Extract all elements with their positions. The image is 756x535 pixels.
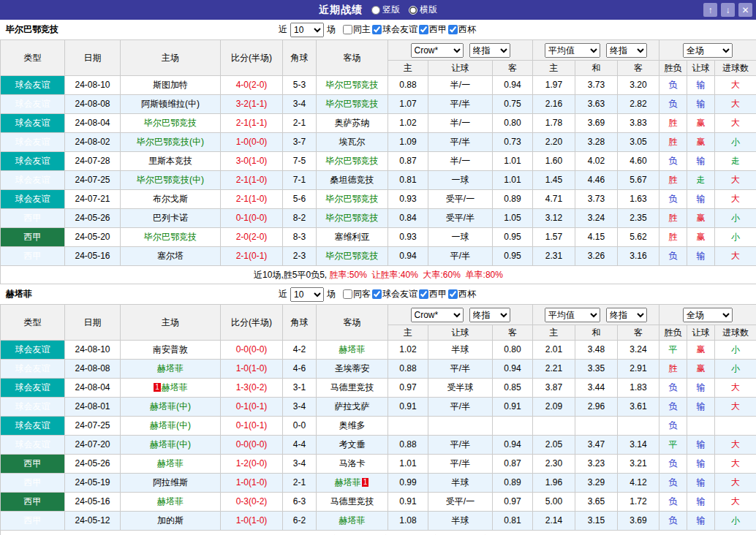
result-handicap-cell: 输	[687, 76, 715, 95]
team-label: 赫塔菲	[339, 515, 366, 525]
final-odds-select[interactable]: 终指	[469, 308, 510, 322]
avg-away-cell: 3.14	[618, 436, 659, 455]
checkbox-input[interactable]	[343, 289, 352, 299]
result-wdl-cell: 负	[659, 417, 687, 436]
match-row: 西甲24-05-16塞尔塔2-1(0-1)2-3毕尔巴鄂竞技0.94平/半0.9…	[1, 247, 756, 266]
fulltime-select[interactable]: 全场	[683, 43, 733, 58]
date-cell: 24-05-26	[65, 455, 121, 474]
away-team-cell: 萨拉戈萨	[317, 398, 388, 417]
match-type-cell: 西甲	[1, 493, 65, 512]
average-select[interactable]: 平均值	[545, 43, 600, 58]
avg-home-cell: 2.21	[533, 360, 575, 379]
layout-radio-horizontal[interactable]: 横版	[409, 4, 437, 16]
match-row: 球会友谊24-08-08阿斯顿维拉(中)3-2(1-1)3-4毕尔巴鄂竞技1.0…	[1, 95, 756, 114]
avg-away-cell: 2.91	[618, 360, 659, 379]
odds-home-cell: 0.87	[388, 152, 428, 171]
filter-checkbox-西甲[interactable]: 西甲	[419, 288, 447, 300]
score-cell: 0-0(0-0)	[221, 436, 283, 455]
team-label: 赫塔菲	[157, 496, 184, 506]
scroll-up-icon[interactable]: ↑	[703, 3, 717, 17]
filter-checkbox-球会友谊[interactable]: 球会友谊	[372, 23, 417, 36]
filter-checkbox-西杯[interactable]: 西杯	[448, 288, 476, 300]
avg-draw-cell: 3.24	[575, 209, 618, 228]
team-label: 马德里竞技	[330, 382, 374, 392]
checkbox-input[interactable]	[448, 289, 458, 299]
corner-cell: 3-4	[283, 398, 317, 417]
avg-home-cell: 1.45	[533, 171, 575, 190]
match-row: 球会友谊24-08-01赫塔菲(中)0-1(0-1)3-4萨拉戈萨0.91平/半…	[1, 398, 756, 417]
corner-cell: 4-2	[283, 341, 317, 360]
result-handicap-cell: 走	[687, 171, 715, 190]
layout-radio-vertical[interactable]: 竖版	[371, 4, 400, 16]
checkbox-input[interactable]	[448, 25, 458, 34]
match-type-cell: 球会友谊	[1, 379, 65, 398]
away-team-cell: 毕尔巴鄂竞技	[317, 76, 388, 95]
odds-away-cell: 1.05	[493, 209, 533, 228]
avg-away-cell: 5.67	[618, 171, 659, 190]
date-cell: 24-07-21	[65, 190, 121, 209]
vertical-radio-input[interactable]	[371, 6, 380, 15]
average-select[interactable]: 平均值	[545, 308, 600, 322]
fulltime-select[interactable]: 全场	[683, 308, 733, 322]
avg-draw-cell: 3.69	[575, 114, 618, 133]
close-icon[interactable]: ✕	[738, 3, 752, 17]
corner-cell: 2-3	[283, 247, 317, 266]
checkbox-input[interactable]	[372, 25, 382, 34]
odds-away-cell: 0.94	[493, 436, 533, 455]
fulltime-group-header: 全场	[659, 305, 756, 325]
away-team-cell: 塞维利亚	[317, 228, 388, 247]
avg-draw-cell: 3.26	[575, 247, 618, 266]
odds-home-cell: 1.02	[388, 341, 428, 360]
checkbox-input[interactable]	[419, 289, 428, 299]
final-odds-select-2[interactable]: 终指	[606, 43, 647, 58]
checkbox-input[interactable]	[372, 289, 382, 299]
bookmaker-select[interactable]: Crow*	[411, 308, 464, 322]
result-handicap-cell: 输	[687, 95, 715, 114]
checkbox-label: 球会友谊	[382, 288, 417, 300]
checkbox-label: 球会友谊	[382, 23, 417, 36]
odds-away-cell: 0.91	[493, 398, 533, 417]
score-cell: 0-0(0-0)	[221, 341, 283, 360]
avg-away-cell: 3.69	[618, 512, 659, 531]
avg-away-cell: 4.12	[618, 474, 659, 493]
avg-away-cell: 3.83	[618, 114, 659, 133]
date-cell: 24-07-28	[65, 152, 121, 171]
vertical-radio-label: 竖版	[382, 4, 400, 16]
checkbox-label: 西甲	[429, 23, 447, 36]
match-count-select[interactable]: 10	[290, 23, 324, 37]
date-cell: 24-08-08	[65, 95, 121, 114]
match-type-cell: 球会友谊	[1, 360, 65, 379]
away-team-cell: 奥维多	[317, 417, 388, 436]
checkbox-input[interactable]	[419, 25, 428, 34]
bookmaker-select[interactable]: Crow*	[411, 43, 464, 58]
filter-checkbox-西甲[interactable]: 西甲	[419, 23, 447, 36]
match-count-select[interactable]: 10	[290, 287, 324, 302]
match-type-cell: 球会友谊	[1, 133, 65, 152]
filter-checkbox-同客[interactable]: 同客	[343, 288, 371, 300]
final-odds-select-2[interactable]: 终指	[606, 308, 647, 322]
corner-cell: 7-5	[283, 152, 317, 171]
sub-col: 让球	[428, 325, 493, 341]
checkbox-input[interactable]	[343, 25, 352, 34]
odds-away-cell: 0.95	[493, 228, 533, 247]
filter-checkbox-球会友谊[interactable]: 球会友谊	[372, 288, 417, 300]
away-team-cell: 毕尔巴鄂竞技	[317, 190, 388, 209]
result-goals-cell: 大	[715, 76, 756, 95]
result-wdl-cell: 胜	[659, 228, 687, 247]
filter-controls: 近 10 场 同客球会友谊西甲西杯	[279, 287, 477, 302]
avg-group-header: 平均值 终指	[533, 305, 659, 325]
result-wdl-cell: 负	[659, 512, 687, 531]
scroll-down-icon[interactable]: ↓	[721, 3, 735, 17]
final-odds-select[interactable]: 终指	[469, 43, 510, 58]
filter-checkbox-西杯[interactable]: 西杯	[448, 23, 476, 36]
filter-checkbox-同主[interactable]: 同主	[343, 23, 371, 36]
horizontal-radio-input[interactable]	[409, 6, 417, 15]
team-label: 毕尔巴鄂竞技	[326, 194, 379, 204]
match-row: 球会友谊24-08-04毕尔巴鄂竞技2-1(1-1)2-1奥萨苏纳1.02半/一…	[1, 114, 756, 133]
team-section-2: 赫塔菲 近 10 场 同客球会友谊西甲西杯 类型 日期 主场 比分(半场) 角球…	[0, 284, 756, 535]
col-home: 主场	[121, 305, 221, 341]
match-type-cell: 西甲	[1, 455, 65, 474]
score-cell: 1-0(0-0)	[221, 133, 283, 152]
result-goals-cell: 大	[715, 398, 756, 417]
results-table: 类型 日期 主场 比分(半场) 角球 客场 Crow* 终指 平均值 终指	[0, 39, 756, 284]
